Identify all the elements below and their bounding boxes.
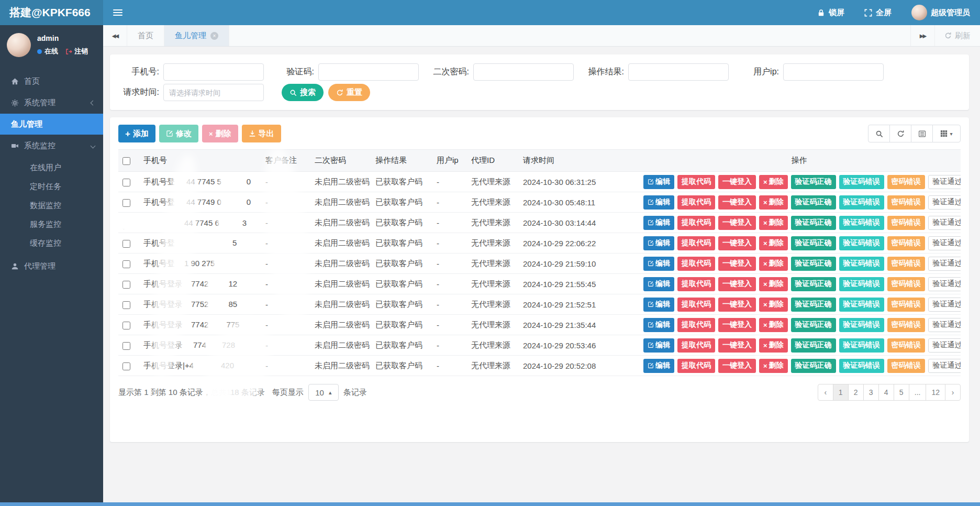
verify-pass-button[interactable]: 验证通过 <box>928 277 961 291</box>
request-time-input[interactable] <box>163 84 264 101</box>
captcha-wrong-button[interactable]: 验证码错误 <box>839 318 884 332</box>
extract-code-button[interactable]: 提取代码 <box>677 175 715 189</box>
row-checkbox[interactable] <box>122 240 130 248</box>
sidebar-subitem-online-users[interactable]: 在线用户 <box>0 158 103 177</box>
one-key-login-button[interactable]: 一键登入 <box>718 175 756 189</box>
edit-button[interactable]: 编辑 <box>643 257 674 271</box>
captcha-correct-button[interactable]: 验证码正确 <box>791 298 836 312</box>
one-key-login-button[interactable]: 一键登入 <box>718 195 756 210</box>
captcha-correct-button[interactable]: 验证码正确 <box>791 175 836 189</box>
captcha-wrong-button[interactable]: 验证码错误 <box>839 175 884 189</box>
sidebar-subitem-data-monitor[interactable]: 数据监控 <box>0 196 103 215</box>
page-size-select[interactable]: 10 ▴ <box>308 384 339 401</box>
one-key-login-button[interactable]: 一键登入 <box>718 338 756 353</box>
delete-button[interactable]: ×删除 <box>759 257 788 271</box>
row-checkbox[interactable] <box>122 179 130 186</box>
refresh-tab-button[interactable]: 刷新 <box>934 25 980 46</box>
captcha-correct-button[interactable]: 验证码正确 <box>791 338 836 353</box>
captcha-correct-button[interactable]: 验证码正确 <box>791 359 836 373</box>
captcha-wrong-button[interactable]: 验证码错误 <box>839 338 884 353</box>
fullscreen-button[interactable]: 全屏 <box>854 0 901 25</box>
edit-button[interactable]: 编辑 <box>643 318 674 332</box>
extract-code-button[interactable]: 提取代码 <box>677 359 715 373</box>
edit-button[interactable]: 编辑 <box>643 195 674 210</box>
delete-button[interactable]: ×删除 <box>759 338 788 353</box>
edit-button[interactable]: 编辑 <box>643 236 674 250</box>
password-wrong-button[interactable]: 密码错误 <box>887 277 925 291</box>
one-key-login-button[interactable]: 一键登入 <box>718 359 756 373</box>
phone-input[interactable] <box>163 63 264 81</box>
delete-button[interactable]: ×删除 <box>759 216 788 230</box>
page-button-page-2[interactable]: 2 <box>848 384 864 401</box>
modify-button[interactable]: 修改 <box>159 125 198 142</box>
page-button-next[interactable]: › <box>945 384 961 401</box>
captcha-wrong-button[interactable]: 验证码错误 <box>839 298 884 312</box>
extract-code-button[interactable]: 提取代码 <box>677 298 715 312</box>
second-password-input[interactable] <box>473 63 574 81</box>
page-button-page-1[interactable]: 1 <box>833 384 849 401</box>
delete-button[interactable]: ×删除 <box>759 277 788 291</box>
sidebar-item-home[interactable]: 首页 <box>0 71 103 92</box>
one-key-login-button[interactable]: 一键登入 <box>718 277 756 291</box>
sidebar-subitem-service-monitor[interactable]: 服务监控 <box>0 215 103 234</box>
sidebar-subitem-cache-monitor[interactable]: 缓存监控 <box>0 234 103 252</box>
hamburger-menu-icon[interactable] <box>103 0 132 25</box>
extract-code-button[interactable]: 提取代码 <box>677 338 715 353</box>
table-refresh-button[interactable] <box>889 125 911 142</box>
page-button-page-3[interactable]: 3 <box>863 384 879 401</box>
captcha-wrong-button[interactable]: 验证码错误 <box>839 277 884 291</box>
password-wrong-button[interactable]: 密码错误 <box>887 257 925 271</box>
reset-button[interactable]: 重置 <box>328 84 370 101</box>
captcha-correct-button[interactable]: 验证码正确 <box>791 195 836 210</box>
captcha-input[interactable] <box>318 63 419 81</box>
page-button-page-4[interactable]: 4 <box>878 384 894 401</box>
bottom-scrollbar[interactable] <box>0 502 980 506</box>
verify-pass-button[interactable]: 验证通过 <box>928 195 961 210</box>
delete-button[interactable]: ×删除 <box>759 175 788 189</box>
captcha-wrong-button[interactable]: 验证码错误 <box>839 216 884 230</box>
password-wrong-button[interactable]: 密码错误 <box>887 359 925 373</box>
sidebar-item-agent-management[interactable]: 代理管理 <box>0 256 103 277</box>
password-wrong-button[interactable]: 密码错误 <box>887 195 925 210</box>
row-checkbox[interactable] <box>122 199 130 207</box>
export-button[interactable]: 导出 <box>242 125 281 142</box>
captcha-wrong-button[interactable]: 验证码错误 <box>839 236 884 250</box>
one-key-login-button[interactable]: 一键登入 <box>718 216 756 230</box>
tab-home[interactable]: 首页 <box>127 25 164 46</box>
captcha-wrong-button[interactable]: 验证码错误 <box>839 257 884 271</box>
table-search-toggle-button[interactable] <box>868 125 890 142</box>
search-button[interactable]: 搜索 <box>282 84 324 101</box>
delete-button[interactable]: ×删除 <box>759 195 788 210</box>
row-checkbox[interactable] <box>122 281 130 289</box>
table-detail-view-button[interactable] <box>911 125 933 142</box>
extract-code-button[interactable]: 提取代码 <box>677 277 715 291</box>
verify-pass-button[interactable]: 验证通过 <box>928 236 961 250</box>
extract-code-button[interactable]: 提取代码 <box>677 318 715 332</box>
verify-pass-button[interactable]: 验证通过 <box>928 175 961 189</box>
profile-menu[interactable]: 超级管理员 <box>901 0 980 25</box>
verify-pass-button[interactable]: 验证通过 <box>928 359 961 373</box>
row-checkbox[interactable] <box>122 260 130 268</box>
row-checkbox[interactable] <box>122 322 130 329</box>
verify-pass-button[interactable]: 验证通过 <box>928 318 961 332</box>
sidebar-item-fish-management[interactable]: 鱼儿管理 <box>0 114 103 135</box>
captcha-correct-button[interactable]: 验证码正确 <box>791 216 836 230</box>
delete-button[interactable]: × 删除 <box>202 125 238 142</box>
one-key-login-button[interactable]: 一键登入 <box>718 298 756 312</box>
captcha-wrong-button[interactable]: 验证码错误 <box>839 195 884 210</box>
row-checkbox[interactable] <box>122 301 130 309</box>
select-all-checkbox[interactable] <box>122 157 130 165</box>
captcha-wrong-button[interactable]: 验证码错误 <box>839 359 884 373</box>
delete-button[interactable]: ×删除 <box>759 318 788 332</box>
sidebar-subitem-scheduled-tasks[interactable]: 定时任务 <box>0 177 103 196</box>
edit-button[interactable]: 编辑 <box>643 359 674 373</box>
tabs-forward-button[interactable]: ▶▶ <box>910 25 934 46</box>
one-key-login-button[interactable]: 一键登入 <box>718 236 756 250</box>
tabs-backward-button[interactable]: ◀◀ <box>103 25 127 46</box>
one-key-login-button[interactable]: 一键登入 <box>718 318 756 332</box>
page-button-page-5[interactable]: 5 <box>894 384 909 401</box>
add-button[interactable]: + 添加 <box>118 125 155 142</box>
password-wrong-button[interactable]: 密码错误 <box>887 236 925 250</box>
op-result-input[interactable] <box>628 63 729 81</box>
close-icon[interactable]: × <box>210 32 218 40</box>
